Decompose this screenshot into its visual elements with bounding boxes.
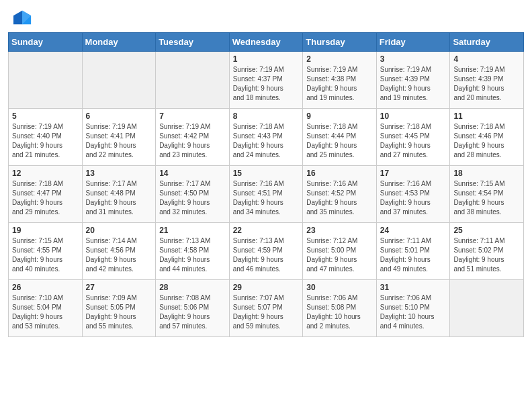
day-number: 31 (380, 283, 447, 292)
calendar-week-5: 26Sunrise: 7:10 AM Sunset: 5:04 PM Dayli… (9, 280, 524, 337)
day-info: Sunrise: 7:13 AM Sunset: 4:58 PM Dayligh… (159, 236, 226, 274)
logo (13, 8, 35, 27)
calendar-cell: 4Sunrise: 7:19 AM Sunset: 4:39 PM Daylig… (450, 52, 524, 109)
calendar-cell: 21Sunrise: 7:13 AM Sunset: 4:58 PM Dayli… (156, 223, 230, 280)
calendar-cell: 13Sunrise: 7:17 AM Sunset: 4:48 PM Dayli… (82, 166, 156, 223)
weekday-header-monday: Monday (82, 33, 156, 52)
day-number: 30 (306, 283, 373, 292)
calendar-cell: 30Sunrise: 7:06 AM Sunset: 5:08 PM Dayli… (303, 280, 377, 337)
day-number: 26 (12, 283, 79, 292)
calendar-cell: 27Sunrise: 7:09 AM Sunset: 5:05 PM Dayli… (82, 280, 156, 337)
day-number: 14 (159, 169, 226, 178)
day-number: 20 (86, 226, 152, 235)
calendar-cell (156, 52, 230, 109)
day-info: Sunrise: 7:19 AM Sunset: 4:42 PM Dayligh… (159, 122, 226, 160)
calendar-cell: 31Sunrise: 7:06 AM Sunset: 5:10 PM Dayli… (376, 280, 450, 337)
day-info: Sunrise: 7:19 AM Sunset: 4:38 PM Dayligh… (306, 65, 373, 103)
calendar-week-2: 5Sunrise: 7:19 AM Sunset: 4:40 PM Daylig… (9, 109, 524, 166)
calendar-week-4: 19Sunrise: 7:15 AM Sunset: 4:55 PM Dayli… (9, 223, 524, 280)
calendar-cell: 9Sunrise: 7:18 AM Sunset: 4:44 PM Daylig… (303, 109, 377, 166)
day-number: 22 (233, 226, 300, 235)
calendar-cell: 10Sunrise: 7:18 AM Sunset: 4:45 PM Dayli… (376, 109, 450, 166)
day-info: Sunrise: 7:18 AM Sunset: 4:43 PM Dayligh… (233, 122, 300, 160)
calendar-table: SundayMondayTuesdayWednesdayThursdayFrid… (8, 32, 524, 337)
weekday-header-wednesday: Wednesday (229, 33, 303, 52)
logo-icon (13, 8, 32, 27)
calendar-cell: 23Sunrise: 7:12 AM Sunset: 5:00 PM Dayli… (303, 223, 377, 280)
weekday-header-tuesday: Tuesday (156, 33, 230, 52)
calendar-week-1: 1Sunrise: 7:19 AM Sunset: 4:37 PM Daylig… (9, 52, 524, 109)
day-info: Sunrise: 7:06 AM Sunset: 5:10 PM Dayligh… (380, 293, 447, 331)
day-number: 29 (233, 283, 300, 292)
calendar-cell: 20Sunrise: 7:14 AM Sunset: 4:56 PM Dayli… (82, 223, 156, 280)
day-info: Sunrise: 7:12 AM Sunset: 5:00 PM Dayligh… (306, 236, 373, 274)
day-info: Sunrise: 7:18 AM Sunset: 4:44 PM Dayligh… (306, 122, 373, 160)
calendar-cell: 17Sunrise: 7:16 AM Sunset: 4:53 PM Dayli… (376, 166, 450, 223)
day-number: 24 (380, 226, 447, 235)
day-info: Sunrise: 7:09 AM Sunset: 5:05 PM Dayligh… (86, 293, 152, 331)
calendar-cell: 16Sunrise: 7:16 AM Sunset: 4:52 PM Dayli… (303, 166, 377, 223)
calendar-cell: 24Sunrise: 7:11 AM Sunset: 5:01 PM Dayli… (376, 223, 450, 280)
calendar-cell: 2Sunrise: 7:19 AM Sunset: 4:38 PM Daylig… (303, 52, 377, 109)
day-info: Sunrise: 7:19 AM Sunset: 4:39 PM Dayligh… (380, 65, 447, 103)
day-info: Sunrise: 7:15 AM Sunset: 4:54 PM Dayligh… (453, 179, 520, 217)
calendar-body: 1Sunrise: 7:19 AM Sunset: 4:37 PM Daylig… (9, 52, 524, 337)
day-number: 12 (12, 169, 79, 178)
day-number: 10 (380, 111, 447, 121)
day-number: 18 (453, 169, 520, 178)
day-info: Sunrise: 7:18 AM Sunset: 4:45 PM Dayligh… (380, 122, 447, 160)
day-info: Sunrise: 7:19 AM Sunset: 4:39 PM Dayligh… (453, 65, 520, 103)
day-info: Sunrise: 7:17 AM Sunset: 4:50 PM Dayligh… (159, 179, 226, 217)
calendar-cell (9, 52, 83, 109)
day-number: 3 (380, 54, 447, 64)
day-number: 4 (453, 54, 520, 64)
day-info: Sunrise: 7:11 AM Sunset: 5:02 PM Dayligh… (453, 236, 520, 274)
day-info: Sunrise: 7:14 AM Sunset: 4:56 PM Dayligh… (86, 236, 152, 274)
day-number: 1 (233, 54, 300, 64)
page-header (0, 0, 532, 32)
day-info: Sunrise: 7:11 AM Sunset: 5:01 PM Dayligh… (380, 236, 447, 274)
day-number: 21 (159, 226, 226, 235)
day-number: 27 (86, 283, 152, 292)
day-number: 15 (233, 169, 300, 178)
day-info: Sunrise: 7:18 AM Sunset: 4:46 PM Dayligh… (453, 122, 520, 160)
calendar-cell (450, 280, 524, 337)
day-number: 25 (453, 226, 520, 235)
weekday-header-row: SundayMondayTuesdayWednesdayThursdayFrid… (9, 33, 524, 52)
calendar-cell: 3Sunrise: 7:19 AM Sunset: 4:39 PM Daylig… (376, 52, 450, 109)
weekday-header-thursday: Thursday (303, 33, 377, 52)
calendar-cell: 8Sunrise: 7:18 AM Sunset: 4:43 PM Daylig… (229, 109, 303, 166)
day-info: Sunrise: 7:07 AM Sunset: 5:07 PM Dayligh… (233, 293, 300, 331)
day-info: Sunrise: 7:16 AM Sunset: 4:52 PM Dayligh… (306, 179, 373, 217)
day-info: Sunrise: 7:15 AM Sunset: 4:55 PM Dayligh… (12, 236, 79, 274)
day-info: Sunrise: 7:08 AM Sunset: 5:06 PM Dayligh… (159, 293, 226, 331)
calendar-cell: 1Sunrise: 7:19 AM Sunset: 4:37 PM Daylig… (229, 52, 303, 109)
day-info: Sunrise: 7:13 AM Sunset: 4:59 PM Dayligh… (233, 236, 300, 274)
calendar-container: SundayMondayTuesdayWednesdayThursdayFrid… (8, 32, 524, 337)
day-info: Sunrise: 7:10 AM Sunset: 5:04 PM Dayligh… (12, 293, 79, 331)
day-info: Sunrise: 7:19 AM Sunset: 4:41 PM Dayligh… (86, 122, 152, 160)
calendar-cell (82, 52, 156, 109)
day-number: 28 (159, 283, 226, 292)
day-info: Sunrise: 7:06 AM Sunset: 5:08 PM Dayligh… (306, 293, 373, 331)
day-info: Sunrise: 7:19 AM Sunset: 4:40 PM Dayligh… (12, 122, 79, 160)
calendar-cell: 14Sunrise: 7:17 AM Sunset: 4:50 PM Dayli… (156, 166, 230, 223)
day-info: Sunrise: 7:16 AM Sunset: 4:51 PM Dayligh… (233, 179, 300, 217)
calendar-week-3: 12Sunrise: 7:18 AM Sunset: 4:47 PM Dayli… (9, 166, 524, 223)
calendar-header: SundayMondayTuesdayWednesdayThursdayFrid… (9, 33, 524, 52)
calendar-cell: 19Sunrise: 7:15 AM Sunset: 4:55 PM Dayli… (9, 223, 83, 280)
day-number: 2 (306, 54, 373, 64)
calendar-cell: 12Sunrise: 7:18 AM Sunset: 4:47 PM Dayli… (9, 166, 83, 223)
day-number: 23 (306, 226, 373, 235)
day-info: Sunrise: 7:19 AM Sunset: 4:37 PM Dayligh… (233, 65, 300, 103)
day-number: 17 (380, 169, 447, 178)
day-number: 16 (306, 169, 373, 178)
day-number: 11 (453, 111, 520, 121)
weekday-header-saturday: Saturday (450, 33, 524, 52)
weekday-header-sunday: Sunday (9, 33, 83, 52)
day-info: Sunrise: 7:18 AM Sunset: 4:47 PM Dayligh… (12, 179, 79, 217)
day-number: 5 (12, 111, 79, 121)
weekday-header-friday: Friday (376, 33, 450, 52)
calendar-cell: 28Sunrise: 7:08 AM Sunset: 5:06 PM Dayli… (156, 280, 230, 337)
day-number: 8 (233, 111, 300, 121)
